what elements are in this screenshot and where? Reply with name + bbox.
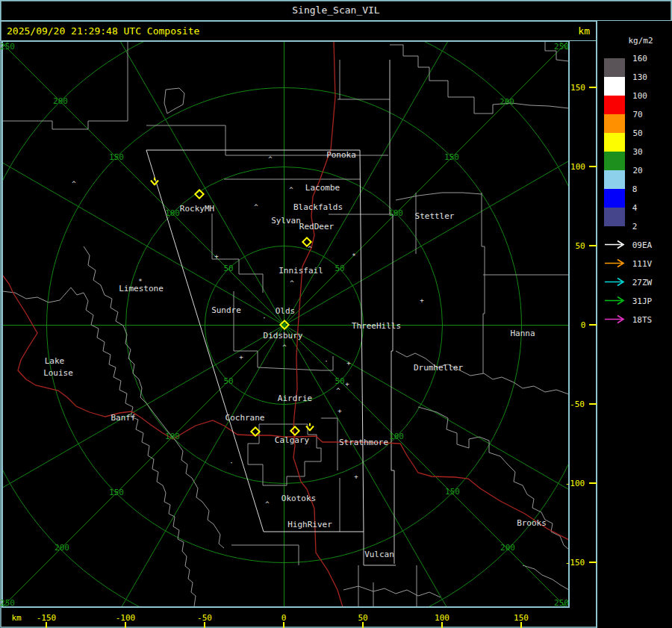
y-axis-ticks <box>589 87 597 562</box>
ring-label: 250 <box>554 599 569 607</box>
town-marker: ^ <box>254 204 258 211</box>
range-rings <box>0 0 672 628</box>
town-marker: ^ <box>289 187 293 193</box>
legend-threshold-label: 30 <box>632 148 642 156</box>
legend-threshold-label: 20 <box>632 167 642 175</box>
town-marker: ^ <box>282 344 286 351</box>
track-arrow-icon <box>604 313 628 327</box>
city-label: HighRiver <box>287 520 332 529</box>
ring-label: 150 <box>444 153 459 161</box>
ring-label: 150 <box>109 153 124 161</box>
ring-label: 100 <box>165 432 180 441</box>
city-label: Brooks <box>517 519 547 527</box>
track-arrow-icon <box>604 257 628 271</box>
town-marker: ^ <box>336 388 340 394</box>
ring-label: 100 <box>165 209 180 217</box>
legend-swatch <box>604 58 625 77</box>
legend-swatch <box>604 114 625 133</box>
y-tick-label: -50 <box>570 400 585 408</box>
city-label: Lacombe <box>305 184 340 192</box>
y-tick-label: 0 <box>581 321 586 329</box>
town-marker: · <box>324 358 328 365</box>
city-label: Olds <box>276 307 296 315</box>
town-marker: + <box>346 360 350 367</box>
ring-label: 50 <box>223 377 233 385</box>
ring-label: 250 <box>0 43 15 51</box>
city-label: Okotoks <box>281 494 316 503</box>
city-label: Vulcan <box>364 550 394 559</box>
x-tick-label: -50 <box>197 614 212 622</box>
legend-swatch <box>604 208 625 226</box>
legend-swatch <box>604 133 625 152</box>
city-label: RedDeer <box>299 223 334 231</box>
y-tick-label: 100 <box>570 163 585 171</box>
y-tick-label: -100 <box>565 479 585 488</box>
legend-threshold-label: 70 <box>632 111 642 119</box>
ring-label: 200 <box>55 544 69 552</box>
legend-swatch <box>604 96 625 114</box>
x-tick-label: -150 <box>37 614 57 622</box>
ring-label: 200 <box>500 98 514 106</box>
track-id-label: 111V <box>632 260 653 268</box>
y-tick-label: 150 <box>570 84 585 92</box>
city-label: Hanna <box>510 329 535 338</box>
city-label: Strathmore <box>339 438 388 447</box>
legend-threshold-label: 4 <box>632 204 638 212</box>
screen-frame <box>1 1 671 627</box>
x-tick-label: 0 <box>281 614 287 622</box>
storm-arrow-icon <box>305 420 314 435</box>
town-marker: ^ <box>290 280 293 287</box>
city-label: Didsbury <box>264 332 303 340</box>
ring-label: 250 <box>554 43 569 51</box>
legend-swatch <box>604 189 625 208</box>
y-tick-label: 50 <box>575 242 585 250</box>
ring-label: 200 <box>500 544 515 552</box>
legend-threshold-label: 2 <box>632 223 638 231</box>
ring-label: 150 <box>109 488 124 497</box>
track-arrow-icon <box>604 294 628 308</box>
ring-label: 50 <box>335 264 344 273</box>
map-canvas[interactable] <box>0 0 672 628</box>
city-label: ThreeHills <box>352 322 401 330</box>
legend-swatch <box>604 170 625 189</box>
town-marker: * <box>138 279 142 285</box>
city-label: Calgary <box>275 436 309 444</box>
town-marker: + <box>214 253 218 260</box>
town-marker: + <box>345 381 349 388</box>
legend-threshold-label: 160 <box>632 55 647 63</box>
town-marker: + <box>239 354 243 361</box>
town-marker: ^ <box>265 501 269 508</box>
ring-label: 100 <box>389 432 404 441</box>
radar-app-window: Single_Scan_VIL 2025/09/20 21:29:48 UTC … <box>0 0 672 628</box>
ring-label: 100 <box>388 209 403 217</box>
x-tick-label: 50 <box>358 614 367 622</box>
city-label: Ponoka <box>326 151 356 159</box>
track-arrow-icon <box>604 276 628 290</box>
track-id-label: 27ZW <box>632 279 653 287</box>
ring-label: 250 <box>0 599 15 607</box>
meridian-boundary <box>364 60 396 565</box>
town-marker: + <box>420 297 423 304</box>
city-label: Innisfail <box>279 267 323 275</box>
city-label: RockyMH <box>180 205 214 213</box>
legend-swatch <box>604 77 625 96</box>
town-marker: · <box>229 460 233 467</box>
x-axis-km-label: km <box>11 614 21 622</box>
city-label: Stettler <box>415 212 455 220</box>
town-marker: ^ <box>268 156 272 163</box>
legend-threshold-label: 8 <box>632 185 638 193</box>
city-label: Drumheller <box>414 364 463 372</box>
legend-threshold-label: 50 <box>632 129 642 137</box>
legend-unit-label: kg/m2 <box>628 37 653 45</box>
city-label: Blackfalds <box>293 203 343 211</box>
city-label: Sylvan <box>271 217 301 225</box>
legend-threshold-label: 130 <box>632 73 647 81</box>
ring-label: 50 <box>335 377 344 385</box>
track-id-label: 18TS <box>632 316 653 324</box>
ring-label: 200 <box>53 97 68 105</box>
x-tick-label: 100 <box>435 614 449 622</box>
town-marker: ^ <box>308 246 311 252</box>
town-marker: ^ <box>72 181 75 187</box>
x-tick-label: 150 <box>514 614 529 622</box>
legend-threshold-label: 100 <box>632 92 647 100</box>
